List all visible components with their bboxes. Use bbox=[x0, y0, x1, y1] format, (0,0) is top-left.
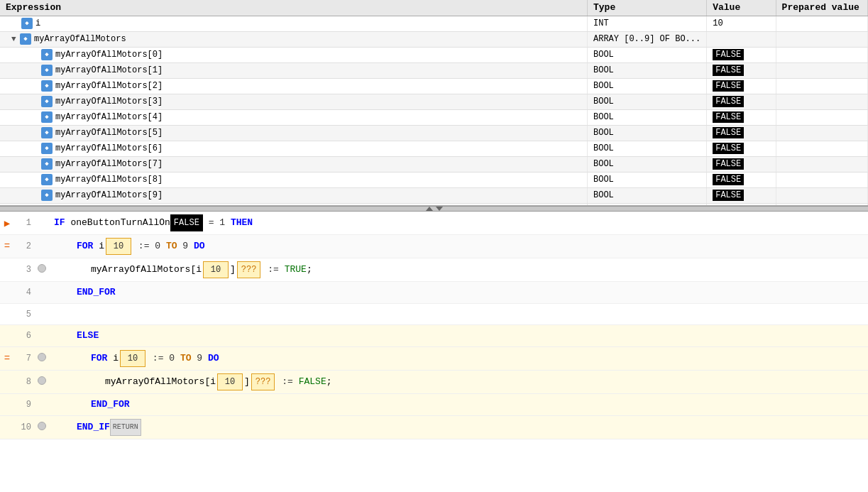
execution-arrow-1: ▶ bbox=[0, 217, 14, 229]
value-false-badge: FALSE bbox=[713, 127, 744, 138]
watch-row-expression: ◆myArrayOfAllMotors[8] bbox=[0, 172, 587, 187]
watch-row-value: FALSE bbox=[707, 109, 776, 125]
watch-row-expression: ◆myArrayOfAllMotors[2] bbox=[0, 78, 587, 94]
value-false-badge: FALSE bbox=[713, 96, 744, 107]
watch-row-value: FALSE bbox=[707, 125, 776, 141]
watch-row-expression: ◆myArrayOfAllMotors[5] bbox=[0, 125, 587, 141]
watch-row-name: myArrayOfAllMotors[5] bbox=[55, 128, 163, 138]
watch-row-prepared bbox=[776, 125, 867, 141]
expand-icon[interactable]: ▼ bbox=[11, 35, 18, 43]
value-false-badge: FALSE bbox=[713, 49, 744, 60]
watch-row-prepared bbox=[776, 31, 867, 47]
watch-row-expression: ◆myArrayOfAllMotors[4] bbox=[0, 109, 587, 125]
watch-row-type: BOOL bbox=[587, 141, 706, 156]
watch-row-type: BOOL bbox=[587, 94, 706, 109]
watch-row-prepared bbox=[776, 156, 867, 172]
line-number-10: 10 bbox=[14, 422, 35, 432]
code-line-3-content: myArrayOfAllMotors[i10]??? := TRUE; bbox=[48, 258, 868, 281]
value-false-badge: FALSE bbox=[713, 158, 744, 170]
watch-row-name: myArrayOfAllMotors[3] bbox=[55, 97, 163, 106]
watch-row-expression: ◆myArrayOfAllMotors[6] bbox=[0, 141, 587, 156]
var-icon: ◆ bbox=[41, 190, 53, 201]
line-number-5: 5 bbox=[14, 310, 35, 319]
code-row-3: 3 myArrayOfAllMotors[i10]??? := TRUE; bbox=[0, 258, 868, 282]
watch-row-expression: ◆myArrayOfAllMotors[3] bbox=[0, 94, 587, 109]
breakpoint-circle-8 bbox=[38, 376, 46, 385]
value-false-badge: FALSE bbox=[713, 174, 744, 185]
line-number-4: 4 bbox=[14, 288, 35, 297]
line-number-3: 3 bbox=[14, 265, 35, 275]
watch-row-name: myArrayOfAllMotors[1] bbox=[55, 65, 163, 75]
value-badge-i-3: 10 bbox=[203, 261, 229, 278]
line-number-8: 8 bbox=[14, 377, 35, 387]
var-icon: ◆ bbox=[41, 174, 53, 185]
watch-row-value bbox=[707, 31, 776, 47]
scroll-up-icon bbox=[426, 207, 433, 211]
watch-row-value: FALSE bbox=[707, 187, 776, 203]
execution-arrow-7: = bbox=[0, 353, 14, 364]
var-icon: ◆ bbox=[41, 127, 53, 138]
value-badge-i-7: 10 bbox=[120, 350, 145, 367]
watch-row-name: myArrayOfAllMotors[0] bbox=[55, 50, 163, 60]
watch-row-type: BOOL bbox=[587, 172, 706, 187]
watch-row-prepared bbox=[776, 141, 867, 156]
watch-row-value: 10 bbox=[707, 16, 776, 31]
watch-row-prepared bbox=[776, 47, 867, 62]
watch-row-prepared bbox=[776, 78, 867, 94]
watch-row-value: FALSE bbox=[707, 62, 776, 78]
col-header-prepared: Prepared value bbox=[776, 0, 867, 16]
line-number-2: 2 bbox=[14, 241, 35, 251]
watch-row-type: ARRAY [0..9] OF BO... bbox=[587, 31, 706, 47]
bp-dot-8[interactable] bbox=[35, 376, 48, 388]
watch-row-name: myArrayOfAllMotors[9] bbox=[55, 190, 163, 200]
code-line-10-content: END_IFRETURN bbox=[48, 416, 868, 439]
bp-dot-3[interactable] bbox=[35, 264, 48, 275]
line-number-1: 1 bbox=[14, 218, 35, 228]
watch-row-type: INT bbox=[587, 16, 706, 31]
var-icon: ◆ bbox=[41, 111, 53, 123]
watch-row-expression: ◆i bbox=[0, 16, 587, 31]
watch-row-name: myArrayOfAllMotors[6] bbox=[55, 143, 163, 153]
watch-row-type: BOOL bbox=[587, 109, 706, 125]
return-badge: RETURN bbox=[110, 419, 141, 436]
code-editor: ▶ 1 IF oneButtonTurnAllOnFALSE = 1 THEN … bbox=[0, 212, 868, 439]
watch-row-expression: ◆myArrayOfAllMotors[9] bbox=[0, 187, 587, 203]
watch-panel: Expression Type Value Prepared value ◆iI… bbox=[0, 0, 868, 206]
var-icon: ◆ bbox=[21, 18, 33, 29]
watch-row-prepared bbox=[776, 16, 867, 31]
code-row-8: 8 myArrayOfAllMotors[i10]??? := FALSE; bbox=[0, 371, 868, 394]
watch-row-prepared bbox=[776, 62, 867, 78]
code-row-4: 4 END_FOR bbox=[0, 282, 868, 304]
watch-row-name: myArrayOfAllMotors[2] bbox=[55, 81, 163, 91]
code-row-2: = 2 FOR i10 := 0 TO 9 DO bbox=[0, 235, 868, 258]
watch-row-expression: ◆myArrayOfAllMotors[1] bbox=[0, 62, 587, 78]
watch-row-prepared bbox=[776, 172, 867, 187]
bp-dot-7[interactable] bbox=[35, 353, 48, 364]
value-false-badge: FALSE bbox=[713, 190, 744, 201]
value-badge-i-2: 10 bbox=[106, 238, 131, 255]
watch-row-name: myArrayOfAllMotors[7] bbox=[55, 159, 163, 169]
code-row-6: 6 ELSE bbox=[0, 325, 868, 347]
col-header-expression: Expression bbox=[0, 0, 587, 16]
watch-row-type: BOOL bbox=[587, 156, 706, 172]
value-false-badge: FALSE bbox=[713, 65, 744, 76]
code-row-5: 5 bbox=[0, 304, 868, 325]
var-icon: ◆ bbox=[41, 49, 53, 60]
panel-divider[interactable] bbox=[0, 206, 868, 212]
watch-row-name: myArrayOfAllMotors bbox=[34, 34, 126, 44]
watch-row-value: FALSE bbox=[707, 172, 776, 187]
var-icon: ◆ bbox=[20, 33, 31, 45]
code-row-9: 9 END_FOR bbox=[0, 394, 868, 416]
watch-row-value: FALSE bbox=[707, 141, 776, 156]
line-number-7: 7 bbox=[14, 354, 35, 363]
var-icon: ◆ bbox=[41, 80, 53, 92]
code-line-2-content: FOR i10 := 0 TO 9 DO bbox=[48, 235, 868, 258]
watch-row-name: myArrayOfAllMotors[4] bbox=[55, 112, 163, 122]
watch-row-expression: ▼◆myArrayOfAllMotors bbox=[0, 31, 587, 47]
watch-row-type: BOOL bbox=[587, 78, 706, 94]
bp-dot-10[interactable] bbox=[35, 422, 48, 433]
col-header-value: Value bbox=[707, 0, 776, 16]
value-false-badge: FALSE bbox=[713, 111, 744, 123]
watch-row-type: BOOL bbox=[587, 47, 706, 62]
value-badge-false-1: FALSE bbox=[170, 214, 203, 231]
